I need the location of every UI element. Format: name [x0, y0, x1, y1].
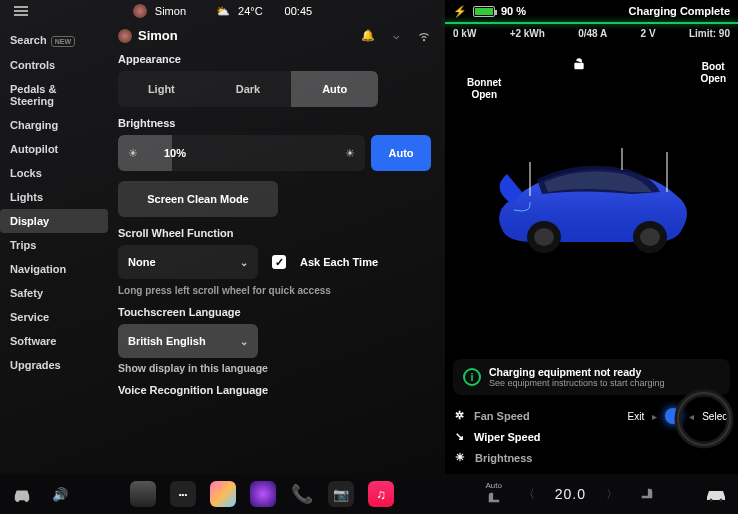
sidebar-item-autopilot[interactable]: Autopilot	[0, 137, 108, 161]
quick-fan[interactable]: Fan Speed	[474, 410, 530, 422]
seat-heater-right[interactable]	[638, 486, 656, 502]
status-user: Simon	[155, 5, 186, 17]
battery-pct: 90 %	[501, 5, 526, 17]
wifi-icon[interactable]	[417, 29, 431, 43]
svg-point-4	[534, 228, 554, 246]
app-3[interactable]	[210, 481, 236, 507]
brightness-label: Brightness	[118, 117, 431, 129]
unlock-icon[interactable]	[572, 57, 586, 73]
quick-brightness[interactable]: Brightness	[475, 452, 532, 464]
charge-bolt-icon: ⚡	[453, 5, 467, 18]
stat-kwh: +2 kWh	[510, 28, 545, 39]
sidebar-item-search[interactable]: SearchNEW	[0, 28, 108, 53]
sidebar-item-locks[interactable]: Locks	[0, 161, 108, 185]
avatar[interactable]	[118, 29, 132, 43]
app-4[interactable]	[250, 481, 276, 507]
brightness-auto-button[interactable]: Auto	[371, 135, 431, 171]
stat-kw: 0 kW	[453, 28, 476, 39]
svg-point-0	[423, 39, 424, 40]
sidebar-item-service[interactable]: Service	[0, 305, 108, 329]
scroll-dropdown[interactable]: None ⌄	[118, 245, 258, 279]
temp-up[interactable]: 〉	[600, 486, 624, 503]
svg-rect-1	[574, 63, 583, 69]
bell-icon[interactable]: 🔔	[361, 29, 375, 43]
svg-point-13	[25, 499, 29, 503]
bonnet-open-label[interactable]: BonnetOpen	[467, 77, 501, 101]
steering-wheel-icon	[674, 389, 734, 449]
cabin-temp[interactable]: 20.0	[555, 486, 586, 502]
appearance-label: Appearance	[118, 53, 431, 65]
bluetooth-icon[interactable]: ⌵	[389, 29, 403, 43]
sidebar-item-software[interactable]: Software	[0, 329, 108, 353]
notice-sub: See equipment instructions to start char…	[489, 378, 665, 388]
stat-volts: 2 V	[641, 28, 656, 39]
brightness-slider[interactable]: ☀ 10% ☀	[118, 135, 365, 171]
boot-open-label[interactable]: BootOpen	[700, 61, 726, 85]
lang-label: Touchscreen Language	[118, 306, 431, 318]
camera-app[interactable]: 📷	[328, 481, 354, 507]
car-icon[interactable]	[10, 482, 34, 506]
voice-label: Voice Recognition Language	[118, 384, 431, 396]
screen-clean-button[interactable]: Screen Clean Mode	[118, 181, 278, 217]
wiper-icon: ↘	[455, 430, 464, 443]
app-2[interactable]: •••	[170, 481, 196, 507]
brightness-icon: ☀	[455, 451, 465, 464]
dock-car-icon[interactable]	[704, 482, 728, 506]
vehicle-render	[482, 134, 702, 264]
scroll-hint: Long press left scroll wheel for quick a…	[118, 285, 431, 296]
seat-heater-left[interactable]: Auto	[485, 482, 503, 506]
menu-icon[interactable]	[14, 4, 28, 18]
ask-each-time-checkbox[interactable]: ✓	[272, 255, 286, 269]
sidebar-item-safety[interactable]: Safety	[0, 281, 108, 305]
sidebar-item-navigation[interactable]: Navigation	[0, 257, 108, 281]
music-app[interactable]: ♫	[368, 481, 394, 507]
scroll-label: Scroll Wheel Function	[118, 227, 431, 239]
stat-amps: 0/48 A	[578, 28, 607, 39]
battery-icon	[473, 6, 495, 17]
weather-icon: ⛅	[216, 5, 230, 18]
sidebar-item-controls[interactable]: Controls	[0, 53, 108, 77]
settings-sidebar: SearchNEW Controls Pedals & Steering Cha…	[0, 22, 108, 474]
ask-each-time-label: Ask Each Time	[300, 256, 378, 268]
status-time: 00:45	[285, 5, 313, 17]
sidebar-item-trips[interactable]: Trips	[0, 233, 108, 257]
panel-user: Simon	[138, 28, 178, 43]
charge-status: Charging Complete	[629, 5, 730, 17]
chevron-down-icon: ⌄	[240, 336, 248, 347]
stat-limit: Limit: 90	[689, 28, 730, 39]
info-icon: i	[463, 368, 481, 386]
fan-icon: ✲	[455, 409, 464, 422]
sidebar-item-charging[interactable]: Charging	[0, 113, 108, 137]
svg-point-14	[710, 499, 713, 502]
svg-point-12	[16, 499, 20, 503]
app-1[interactable]	[130, 481, 156, 507]
sidebar-item-lights[interactable]: Lights	[0, 185, 108, 209]
appearance-light[interactable]: Light	[118, 71, 205, 107]
chevron-down-icon: ⌄	[240, 257, 248, 268]
brightness-low-icon: ☀	[128, 147, 138, 160]
notice-title: Charging equipment not ready	[489, 366, 665, 378]
svg-point-6	[640, 228, 660, 246]
exit-label[interactable]: Exit	[628, 411, 645, 422]
temp-down[interactable]: 〈	[517, 486, 541, 503]
volume-icon[interactable]: 🔊	[48, 482, 72, 506]
scroll-value: None	[128, 256, 156, 268]
lang-sub: Show display in this language	[118, 362, 431, 374]
bottom-dock: 🔊 ••• 📞 📷 ♫ Auto 〈 20.0 〉	[0, 474, 738, 514]
avatar[interactable]	[133, 4, 147, 18]
language-value: British English	[128, 335, 206, 347]
sidebar-item-display[interactable]: Display	[0, 209, 108, 233]
brightness-high-icon: ☀	[345, 147, 355, 160]
phone-icon[interactable]: 📞	[290, 482, 314, 506]
sidebar-item-pedals[interactable]: Pedals & Steering	[0, 77, 108, 113]
brightness-value: 10%	[164, 147, 186, 159]
appearance-dark[interactable]: Dark	[205, 71, 292, 107]
appearance-auto[interactable]: Auto	[291, 71, 378, 107]
sidebar-item-upgrades[interactable]: Upgrades	[0, 353, 108, 377]
language-dropdown[interactable]: British English ⌄	[118, 324, 258, 358]
svg-point-11	[678, 393, 730, 445]
svg-point-15	[720, 499, 723, 502]
appearance-segmented: Light Dark Auto	[118, 71, 378, 107]
status-temp: 24°C	[238, 5, 263, 17]
quick-wiper[interactable]: Wiper Speed	[474, 431, 541, 443]
